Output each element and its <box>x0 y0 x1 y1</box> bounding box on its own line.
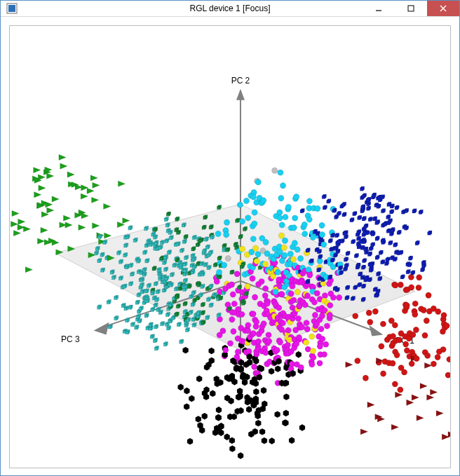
data-point <box>184 323 189 327</box>
data-point <box>183 278 187 283</box>
data-point <box>277 339 283 345</box>
data-point <box>408 274 414 280</box>
data-point <box>412 209 417 213</box>
data-point <box>344 231 348 235</box>
data-point <box>235 349 241 355</box>
data-point <box>407 400 414 405</box>
data-point <box>317 268 321 272</box>
data-point <box>424 353 430 358</box>
data-point <box>192 235 196 239</box>
data-point <box>288 291 294 297</box>
data-point <box>291 225 297 231</box>
data-point <box>231 301 237 306</box>
data-point <box>262 293 268 299</box>
data-point <box>253 388 259 395</box>
close-button[interactable] <box>427 1 459 16</box>
data-point <box>205 315 210 320</box>
data-point <box>114 295 118 299</box>
data-point <box>444 323 449 329</box>
data-point <box>108 325 112 329</box>
data-point <box>390 204 394 208</box>
maximize-button[interactable] <box>395 1 427 16</box>
data-point <box>344 257 348 261</box>
pca-3d-scatter[interactable]: PC 2 PC 1 PC 3 <box>10 26 450 468</box>
data-point <box>274 347 280 353</box>
data-point <box>380 371 386 376</box>
data-point <box>399 250 403 254</box>
data-point <box>196 311 201 315</box>
data-point <box>151 307 155 311</box>
data-point <box>209 284 213 288</box>
data-point <box>353 313 358 319</box>
data-point <box>363 259 367 263</box>
data-point <box>165 223 170 227</box>
data-point <box>236 218 240 222</box>
data-point <box>180 339 184 344</box>
data-point <box>175 217 180 221</box>
data-point <box>201 272 205 276</box>
data-point <box>226 247 230 252</box>
data-point <box>126 329 130 334</box>
minimize-button[interactable] <box>363 1 395 16</box>
data-point <box>152 266 156 271</box>
data-point <box>275 411 280 417</box>
data-point <box>182 239 187 243</box>
data-point <box>290 257 296 262</box>
data-point <box>409 285 414 290</box>
data-point <box>145 299 149 303</box>
data-point <box>277 215 283 221</box>
data-point <box>154 281 158 285</box>
axis-label-pc3: PC 3 <box>61 334 80 344</box>
data-point <box>412 301 418 306</box>
data-point <box>306 266 311 272</box>
data-point <box>199 238 203 242</box>
titlebar[interactable]: RGL device 1 [Focus] <box>1 1 459 17</box>
data-point <box>407 262 412 266</box>
data-point <box>90 175 97 181</box>
data-point <box>209 225 213 229</box>
data-point <box>250 236 256 242</box>
data-point <box>215 231 221 236</box>
data-point <box>227 341 233 346</box>
data-point <box>144 226 148 231</box>
data-point <box>421 264 426 268</box>
data-point <box>321 242 327 247</box>
data-point <box>417 415 424 421</box>
data-point <box>280 320 285 326</box>
data-point <box>176 242 180 246</box>
data-point <box>187 284 191 288</box>
data-point <box>350 218 354 222</box>
data-point <box>395 392 402 397</box>
data-point <box>426 292 431 298</box>
data-point <box>191 290 196 294</box>
data-point <box>322 194 326 198</box>
data-point <box>328 238 332 243</box>
data-point <box>217 256 222 260</box>
data-point <box>324 323 330 329</box>
svg-marker-9 <box>369 325 383 336</box>
data-point <box>238 234 243 238</box>
data-point <box>366 201 370 205</box>
data-point <box>381 209 385 213</box>
data-point <box>317 249 321 253</box>
data-point <box>250 330 256 336</box>
scatter-points <box>11 154 450 458</box>
data-point <box>128 305 133 309</box>
data-point <box>309 334 315 339</box>
data-point <box>379 344 384 349</box>
data-point <box>46 173 53 179</box>
data-point <box>214 278 219 284</box>
data-point <box>13 230 20 236</box>
data-point <box>182 223 186 227</box>
data-point <box>367 278 372 282</box>
data-point <box>404 226 408 230</box>
data-point <box>98 234 102 238</box>
data-point <box>67 172 74 177</box>
data-point <box>133 238 137 242</box>
data-point <box>63 215 70 221</box>
data-point <box>309 259 313 263</box>
data-point <box>279 258 285 264</box>
data-point <box>440 346 446 352</box>
data-point <box>243 198 249 203</box>
data-point <box>398 282 403 287</box>
